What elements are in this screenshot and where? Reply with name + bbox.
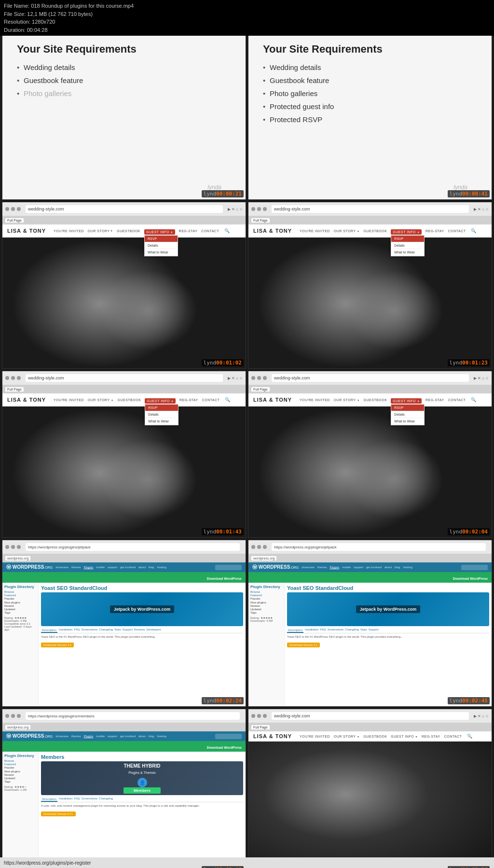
- dropdown-item-details[interactable]: Details: [145, 411, 178, 418]
- sidebar-item[interactable]: Updated: [4, 608, 36, 611]
- dropdown-item-rsvp[interactable]: RSVP: [391, 236, 424, 242]
- wp-nav[interactable]: themes: [71, 735, 81, 738]
- nav-item[interactable]: OUR STORY ▼: [334, 229, 360, 233]
- search-icon[interactable]: 🔍: [471, 228, 476, 233]
- dropdown-item-details[interactable]: Details: [391, 411, 424, 418]
- wp-nav-support[interactable]: support: [108, 566, 117, 569]
- download-btn-9[interactable]: Download Version 0.7+: [41, 812, 76, 816]
- wp-nav[interactable]: support: [354, 566, 363, 569]
- download-btn-7[interactable]: Download Version 2.1: [41, 643, 74, 647]
- nav-item[interactable]: REG-STAY: [425, 229, 444, 233]
- sidebar-item[interactable]: Popular: [4, 597, 36, 600]
- wp-nav[interactable]: blog: [149, 735, 154, 738]
- search-icon[interactable]: 🔍: [467, 734, 472, 739]
- sidebar-item[interactable]: Newest: [250, 604, 282, 607]
- dropdown-item-wear[interactable]: What to Wear: [145, 249, 178, 256]
- nav-item[interactable]: YOU'RE INVITED: [54, 229, 84, 233]
- tab-label[interactable]: wordpress.org: [5, 556, 30, 560]
- tab-installation[interactable]: Installation: [59, 628, 73, 633]
- wp-nav-hosting[interactable]: hosting: [157, 566, 166, 569]
- nav-item[interactable]: CONTACT: [202, 398, 220, 402]
- wp-search-box[interactable]: [215, 565, 242, 570]
- tab-description[interactable]: Description: [41, 628, 57, 633]
- dropdown-item-rsvp[interactable]: RSVP: [145, 236, 178, 242]
- thumbnail-6[interactable]: wedding-style.com ▶ ✕ ⌂ ☆ Full Page LISA…: [248, 371, 492, 538]
- browser-url-10[interactable]: wedding-style.com: [272, 712, 469, 720]
- tab-label[interactable]: Full Page: [5, 218, 24, 223]
- download-wordpress-btn[interactable]: Download WordPress: [453, 577, 488, 580]
- sidebar-item[interactable]: Popular: [250, 597, 282, 600]
- browser-url-6[interactable]: wedding-style.com: [272, 374, 469, 382]
- nav-item[interactable]: GUESTBOOK: [364, 398, 387, 402]
- wp-nav[interactable]: hosting: [157, 735, 166, 738]
- sidebar-item[interactable]: Updated: [250, 608, 282, 611]
- wp-nav[interactable]: themes: [317, 566, 327, 569]
- nav-item[interactable]: YOU'RE INVITED: [300, 398, 330, 402]
- sidebar-item[interactable]: New plugins: [4, 601, 36, 604]
- nav-item[interactable]: GUESTBOOK: [364, 229, 387, 233]
- sidebar-item[interactable]: New plugins: [4, 770, 36, 773]
- nav-item[interactable]: OUR STORY ▼: [88, 398, 114, 402]
- nav-dropdown-guest-info[interactable]: GUEST INFO ▼ RSVP Details What to Wear: [144, 226, 175, 235]
- wp-nav[interactable]: Plugins: [330, 566, 340, 569]
- tab-faq[interactable]: FAQ: [74, 797, 80, 802]
- dropdown-item-rsvp[interactable]: RSVP: [145, 405, 178, 411]
- browser-url-4[interactable]: wedding-style.com: [272, 205, 469, 213]
- sidebar-item[interactable]: Browse: [4, 590, 36, 593]
- tab-description[interactable]: Description: [41, 797, 57, 802]
- browser-url-9[interactable]: https://wordpress.org/plugins/members: [26, 712, 240, 720]
- wp-nav[interactable]: about: [384, 566, 392, 569]
- tab-label[interactable]: Full Page: [251, 218, 270, 223]
- wp-nav[interactable]: hosting: [403, 566, 412, 569]
- thumbnail-9[interactable]: https://wordpress.org/plugins/members wo…: [2, 709, 246, 868]
- search-icon[interactable]: 🔍: [225, 397, 230, 402]
- nav-item[interactable]: OUR STORY ▼: [88, 229, 113, 233]
- sidebar-item[interactable]: Newest: [4, 604, 36, 607]
- wp-nav[interactable]: Plugins: [84, 735, 94, 738]
- nav-item[interactable]: GUESTBOOK: [117, 229, 140, 233]
- wp-search-box[interactable]: [461, 565, 488, 570]
- sidebar-item[interactable]: Tags: [4, 780, 36, 783]
- sidebar-item[interactable]: Tags: [4, 611, 36, 614]
- search-icon[interactable]: 🔍: [224, 228, 230, 233]
- wp-nav-about[interactable]: about: [138, 566, 146, 569]
- nav-item[interactable]: CONTACT: [448, 229, 466, 233]
- nav-item[interactable]: GUESTBOOK: [118, 398, 141, 402]
- tab-label[interactable]: wordpress.org: [251, 556, 276, 560]
- nav-item[interactable]: YOU'RE INVITED: [54, 398, 84, 402]
- dropdown-item-wear[interactable]: What to Wear: [145, 418, 178, 425]
- nav-item[interactable]: REG-STAY: [425, 398, 444, 402]
- wp-nav-themes[interactable]: themes: [71, 566, 81, 569]
- tab-installation[interactable]: Installation: [59, 797, 73, 802]
- tab-description[interactable]: Description: [287, 628, 303, 633]
- nav-item[interactable]: REG-STAY: [179, 398, 198, 402]
- wp-nav-get-involved[interactable]: get involved: [120, 566, 136, 569]
- download-btn-8[interactable]: Download Version 2.1: [287, 643, 320, 647]
- thumbnail-4[interactable]: wedding-style.com ▶ ✕ ⌂ ☆ Full Page LISA…: [248, 202, 492, 369]
- wp-nav[interactable]: blog: [395, 566, 400, 569]
- tab-screenshots[interactable]: Screenshots: [328, 628, 343, 633]
- thumbnail-8[interactable]: https://wordpress.org/plugins/jetpack wo…: [248, 540, 492, 707]
- sidebar-item[interactable]: Browse: [4, 759, 36, 762]
- tab-support[interactable]: Support: [369, 628, 379, 633]
- nav-item[interactable]: REG-STAY: [179, 229, 198, 233]
- wp-nav-blog[interactable]: blog: [149, 566, 154, 569]
- sidebar-item[interactable]: Updated: [4, 777, 36, 780]
- browser-url-3[interactable]: wedding-style.com: [26, 205, 223, 213]
- dropdown-item-details[interactable]: Details: [145, 242, 178, 249]
- nav-dropdown-guest-info[interactable]: GUEST INFO ▼ RSVP Details What to Wear: [145, 395, 176, 404]
- browser-url-7[interactable]: https://wordpress.org/plugins/jetpack: [26, 543, 240, 551]
- nav-item[interactable]: CONTACT: [444, 735, 462, 738]
- wp-nav-mobile[interactable]: mobile: [96, 566, 105, 569]
- dropdown-item-wear[interactable]: What to Wear: [391, 418, 424, 425]
- nav-item[interactable]: YOU'RE INVITED: [300, 735, 330, 738]
- tab-label[interactable]: Full Page: [251, 387, 270, 392]
- browser-url-5[interactable]: wedding-style.com: [26, 374, 223, 382]
- wp-search-box[interactable]: [215, 734, 242, 739]
- nav-item-active[interactable]: GUEST INFO ▼: [145, 398, 176, 404]
- nav-item[interactable]: CONTACT: [201, 229, 219, 233]
- thumbnail-5[interactable]: wedding-style.com ▶ ✕ ⌂ ☆ Full Page LISA…: [2, 371, 246, 538]
- wp-nav[interactable]: showcase: [302, 566, 315, 569]
- tab-changelog[interactable]: Changelog: [99, 628, 113, 633]
- tab-stats[interactable]: Stats: [114, 628, 121, 633]
